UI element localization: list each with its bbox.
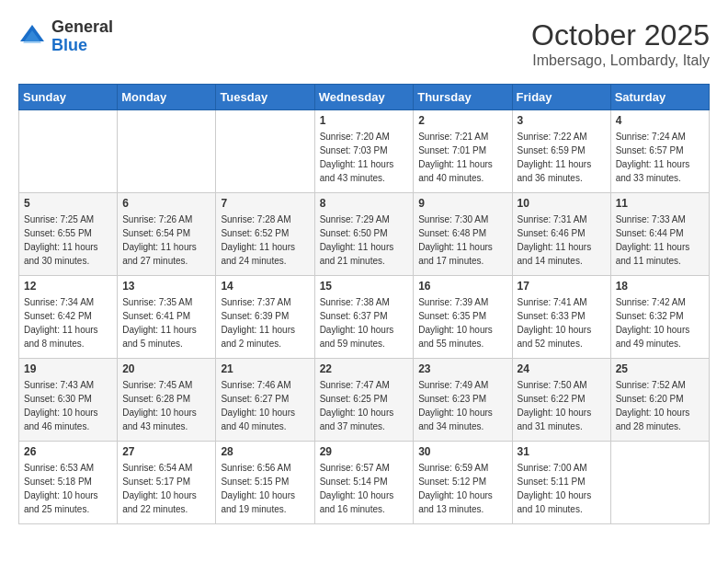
- header-sunday: Sunday: [19, 85, 118, 110]
- day-number: 3: [518, 114, 606, 127]
- calendar-cell: 19Sunrise: 7:43 AM Sunset: 6:30 PM Dayli…: [19, 359, 118, 442]
- days-header-row: Sunday Monday Tuesday Wednesday Thursday…: [19, 85, 710, 110]
- logo-general-text: General: [51, 18, 113, 37]
- header-friday: Friday: [512, 85, 610, 110]
- logo-text: General Blue: [51, 18, 113, 55]
- day-number: 2: [418, 114, 506, 127]
- calendar-cell: 23Sunrise: 7:49 AM Sunset: 6:23 PM Dayli…: [414, 359, 512, 442]
- logo-icon: [18, 23, 46, 51]
- calendar-cell: 12Sunrise: 7:34 AM Sunset: 6:42 PM Dayli…: [19, 276, 118, 359]
- calendar-cell: 21Sunrise: 7:46 AM Sunset: 6:27 PM Dayli…: [216, 359, 314, 442]
- day-info: Sunrise: 7:39 AM Sunset: 6:35 PM Dayligh…: [418, 295, 506, 350]
- day-number: 31: [518, 445, 606, 458]
- month-title: October 2025: [531, 18, 710, 52]
- calendar-cell: 22Sunrise: 7:47 AM Sunset: 6:25 PM Dayli…: [314, 359, 414, 442]
- header-saturday: Saturday: [610, 85, 709, 110]
- calendar-cell: 4Sunrise: 7:24 AM Sunset: 6:57 PM Daylig…: [610, 110, 709, 193]
- day-info: Sunrise: 7:50 AM Sunset: 6:22 PM Dayligh…: [518, 378, 606, 433]
- logo-blue-text: Blue: [51, 37, 113, 55]
- page-header: General Blue October 2025 Imbersago, Lom…: [18, 18, 710, 69]
- day-info: Sunrise: 7:25 AM Sunset: 6:55 PM Dayligh…: [24, 213, 112, 268]
- calendar-cell: 3Sunrise: 7:22 AM Sunset: 6:59 PM Daylig…: [512, 110, 610, 193]
- calendar-cell: [216, 110, 314, 193]
- calendar-week-3: 12Sunrise: 7:34 AM Sunset: 6:42 PM Dayli…: [19, 276, 710, 359]
- calendar-cell: 31Sunrise: 7:00 AM Sunset: 5:11 PM Dayli…: [512, 442, 610, 524]
- calendar-cell: 11Sunrise: 7:33 AM Sunset: 6:44 PM Dayli…: [610, 193, 709, 276]
- calendar-cell: 7Sunrise: 7:28 AM Sunset: 6:52 PM Daylig…: [216, 193, 314, 276]
- calendar-body: 1Sunrise: 7:20 AM Sunset: 7:03 PM Daylig…: [19, 110, 710, 524]
- calendar-cell: 10Sunrise: 7:31 AM Sunset: 6:46 PM Dayli…: [512, 193, 610, 276]
- day-number: 9: [418, 197, 506, 210]
- day-info: Sunrise: 7:43 AM Sunset: 6:30 PM Dayligh…: [24, 378, 112, 433]
- day-number: 8: [320, 197, 409, 210]
- day-number: 6: [122, 197, 210, 210]
- calendar-cell: [118, 110, 216, 193]
- day-number: 26: [24, 445, 112, 458]
- calendar-cell: 16Sunrise: 7:39 AM Sunset: 6:35 PM Dayli…: [414, 276, 512, 359]
- title-section: October 2025 Imbersago, Lombardy, Italy: [531, 18, 710, 69]
- day-number: 1: [320, 114, 409, 127]
- day-info: Sunrise: 6:59 AM Sunset: 5:12 PM Dayligh…: [418, 461, 506, 516]
- day-number: 18: [616, 280, 704, 293]
- day-number: 5: [24, 197, 112, 210]
- day-number: 17: [518, 280, 606, 293]
- day-number: 7: [221, 197, 309, 210]
- day-info: Sunrise: 7:37 AM Sunset: 6:39 PM Dayligh…: [221, 295, 309, 350]
- day-number: 28: [221, 445, 309, 458]
- logo: General Blue: [18, 18, 113, 55]
- calendar-cell: 14Sunrise: 7:37 AM Sunset: 6:39 PM Dayli…: [216, 276, 314, 359]
- day-info: Sunrise: 7:42 AM Sunset: 6:32 PM Dayligh…: [616, 295, 704, 350]
- day-number: 23: [418, 362, 506, 375]
- calendar-cell: 15Sunrise: 7:38 AM Sunset: 6:37 PM Dayli…: [314, 276, 414, 359]
- day-info: Sunrise: 7:46 AM Sunset: 6:27 PM Dayligh…: [221, 378, 309, 433]
- day-info: Sunrise: 7:30 AM Sunset: 6:48 PM Dayligh…: [418, 213, 506, 268]
- day-number: 29: [320, 445, 409, 458]
- calendar-cell: 17Sunrise: 7:41 AM Sunset: 6:33 PM Dayli…: [512, 276, 610, 359]
- calendar-cell: [610, 442, 709, 524]
- day-info: Sunrise: 6:57 AM Sunset: 5:14 PM Dayligh…: [320, 461, 409, 516]
- day-number: 16: [418, 280, 506, 293]
- header-wednesday: Wednesday: [314, 85, 414, 110]
- day-info: Sunrise: 7:38 AM Sunset: 6:37 PM Dayligh…: [320, 295, 409, 350]
- day-info: Sunrise: 7:20 AM Sunset: 7:03 PM Dayligh…: [320, 130, 409, 185]
- day-number: 15: [320, 280, 409, 293]
- calendar-cell: 29Sunrise: 6:57 AM Sunset: 5:14 PM Dayli…: [314, 442, 414, 524]
- day-info: Sunrise: 7:47 AM Sunset: 6:25 PM Dayligh…: [320, 378, 409, 433]
- day-info: Sunrise: 7:41 AM Sunset: 6:33 PM Dayligh…: [518, 295, 606, 350]
- day-info: Sunrise: 7:35 AM Sunset: 6:41 PM Dayligh…: [122, 295, 210, 350]
- calendar-cell: 1Sunrise: 7:20 AM Sunset: 7:03 PM Daylig…: [314, 110, 414, 193]
- calendar-week-1: 1Sunrise: 7:20 AM Sunset: 7:03 PM Daylig…: [19, 110, 710, 193]
- day-info: Sunrise: 7:28 AM Sunset: 6:52 PM Dayligh…: [221, 213, 309, 268]
- calendar-cell: 5Sunrise: 7:25 AM Sunset: 6:55 PM Daylig…: [19, 193, 118, 276]
- calendar-cell: 9Sunrise: 7:30 AM Sunset: 6:48 PM Daylig…: [414, 193, 512, 276]
- calendar-week-2: 5Sunrise: 7:25 AM Sunset: 6:55 PM Daylig…: [19, 193, 710, 276]
- day-number: 4: [616, 114, 704, 127]
- calendar-cell: 28Sunrise: 6:56 AM Sunset: 5:15 PM Dayli…: [216, 442, 314, 524]
- calendar-table: Sunday Monday Tuesday Wednesday Thursday…: [18, 84, 710, 524]
- day-info: Sunrise: 7:52 AM Sunset: 6:20 PM Dayligh…: [616, 378, 704, 433]
- calendar-cell: 26Sunrise: 6:53 AM Sunset: 5:18 PM Dayli…: [19, 442, 118, 524]
- day-number: 24: [518, 362, 606, 375]
- calendar-cell: 18Sunrise: 7:42 AM Sunset: 6:32 PM Dayli…: [610, 276, 709, 359]
- day-number: 21: [221, 362, 309, 375]
- calendar-cell: 25Sunrise: 7:52 AM Sunset: 6:20 PM Dayli…: [610, 359, 709, 442]
- calendar-cell: 20Sunrise: 7:45 AM Sunset: 6:28 PM Dayli…: [118, 359, 216, 442]
- day-info: Sunrise: 7:45 AM Sunset: 6:28 PM Dayligh…: [122, 378, 210, 433]
- day-info: Sunrise: 6:56 AM Sunset: 5:15 PM Dayligh…: [221, 461, 309, 516]
- calendar-header: Sunday Monday Tuesday Wednesday Thursday…: [19, 85, 710, 110]
- day-info: Sunrise: 6:53 AM Sunset: 5:18 PM Dayligh…: [24, 461, 112, 516]
- calendar-cell: 2Sunrise: 7:21 AM Sunset: 7:01 PM Daylig…: [414, 110, 512, 193]
- day-info: Sunrise: 7:31 AM Sunset: 6:46 PM Dayligh…: [518, 213, 606, 268]
- day-info: Sunrise: 7:26 AM Sunset: 6:54 PM Dayligh…: [122, 213, 210, 268]
- day-info: Sunrise: 7:49 AM Sunset: 6:23 PM Dayligh…: [418, 378, 506, 433]
- day-number: 27: [122, 445, 210, 458]
- header-tuesday: Tuesday: [216, 85, 314, 110]
- day-number: 10: [518, 197, 606, 210]
- day-info: Sunrise: 7:22 AM Sunset: 6:59 PM Dayligh…: [518, 130, 606, 185]
- day-number: 19: [24, 362, 112, 375]
- day-number: 11: [616, 197, 704, 210]
- day-number: 30: [418, 445, 506, 458]
- day-number: 12: [24, 280, 112, 293]
- calendar-cell: 6Sunrise: 7:26 AM Sunset: 6:54 PM Daylig…: [118, 193, 216, 276]
- header-monday: Monday: [118, 85, 216, 110]
